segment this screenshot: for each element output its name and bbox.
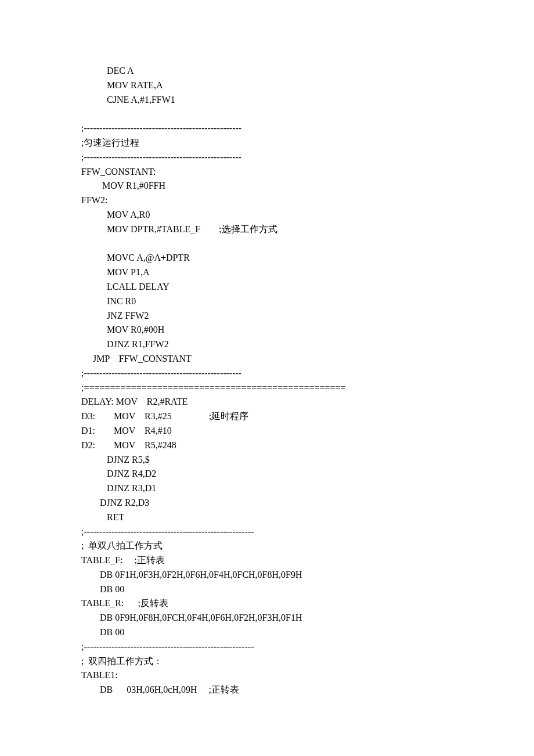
code-line: TABLE_R: ;反转表 bbox=[81, 596, 453, 611]
code-line bbox=[81, 107, 453, 121]
code-line: LCALL DELAY bbox=[81, 280, 453, 294]
code-line: FFW2: bbox=[81, 193, 453, 208]
code-line: MOV P1,A bbox=[81, 265, 453, 280]
code-line bbox=[81, 237, 453, 251]
code-line: ;=======================================… bbox=[81, 381, 453, 395]
code-line: ;---------------------------------------… bbox=[81, 525, 453, 539]
code-line: DB 00 bbox=[81, 625, 453, 640]
code-line: DJNZ R1,FFW2 bbox=[81, 337, 453, 352]
code-page: DEC A MOV RATE,A CJNE A,#1,FFW1 ;-------… bbox=[0, 0, 534, 697]
code-line: ;---------------------------------------… bbox=[81, 150, 453, 165]
code-line: D2: MOV R5,#248 bbox=[81, 438, 453, 453]
code-line: RET bbox=[81, 510, 453, 525]
code-line: FFW_CONSTANT: bbox=[81, 165, 453, 179]
code-line: ; 双四拍工作方式： bbox=[81, 654, 453, 669]
code-line: ;---------------------------------------… bbox=[81, 121, 453, 136]
code-line: DJNZ R3,D1 bbox=[81, 481, 453, 496]
code-line: JMP FFW_CONSTANT bbox=[81, 352, 453, 366]
code-line: JNZ FFW2 bbox=[81, 309, 453, 323]
code-line: INC R0 bbox=[81, 294, 453, 309]
code-line: DB 0F1H,0F3H,0F2H,0F6H,0F4H,0FCH,0F8H,0F… bbox=[81, 568, 453, 582]
code-line: D1: MOV R4,#10 bbox=[81, 424, 453, 438]
code-line: MOV R0,#00H bbox=[81, 323, 453, 337]
code-line: ;---------------------------------------… bbox=[81, 640, 453, 654]
code-line: DJNZ R2,D3 bbox=[81, 496, 453, 510]
code-line: MOV RATE,A bbox=[81, 78, 453, 93]
code-line: DB 00 bbox=[81, 582, 453, 597]
code-line: CJNE A,#1,FFW1 bbox=[81, 93, 453, 107]
code-line: ;---------------------------------------… bbox=[81, 366, 453, 381]
code-line: DB 0F9H,0F8H,0FCH,0F4H,0F6H,0F2H,0F3H,0F… bbox=[81, 611, 453, 625]
code-line: DELAY: MOV R2,#RATE bbox=[81, 395, 453, 409]
code-line: DJNZ R4,D2 bbox=[81, 467, 453, 481]
code-line: ; 单双八拍工作方式 bbox=[81, 539, 453, 553]
code-line: MOVC A,@A+DPTR bbox=[81, 251, 453, 265]
code-line: TABLE_F: ;正转表 bbox=[81, 553, 453, 568]
code-line: MOV A,R0 bbox=[81, 208, 453, 222]
code-line: DB 03H,06H,0cH,09H ;正转表 bbox=[81, 683, 453, 697]
code-line: MOV R1,#0FFH bbox=[81, 179, 453, 193]
code-line: TABLE1: bbox=[81, 668, 453, 683]
code-line: ;匀速运行过程 bbox=[81, 136, 453, 150]
code-line: D3: MOV R3,#25 ;延时程序 bbox=[81, 409, 453, 424]
code-line: DEC A bbox=[81, 64, 453, 78]
code-line: MOV DPTR,#TABLE_F ;选择工作方式 bbox=[81, 222, 453, 237]
code-line: DJNZ R5,$ bbox=[81, 453, 453, 467]
